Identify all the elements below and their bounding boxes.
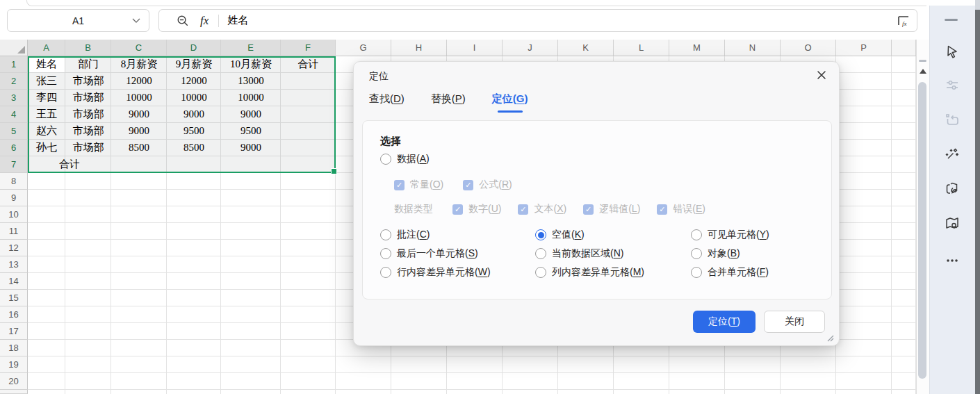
row-header[interactable]: 3 (0, 90, 28, 106)
checkbox-option[interactable]: ✓公式(R) (463, 179, 512, 191)
sliders-icon[interactable] (944, 77, 961, 94)
formula-bar[interactable]: fx 姓名 fx (158, 9, 917, 32)
tab-label: 查找(D) (369, 92, 405, 104)
fx-icon[interactable]: fx (200, 14, 209, 28)
leaf-hand-icon[interactable] (944, 181, 961, 197)
radio-icon[interactable] (691, 267, 702, 278)
goto-button[interactable]: 定位(T) (693, 311, 756, 333)
checkbox-label: 逻辑值(L) (599, 203, 640, 215)
row-header[interactable]: 9 (0, 190, 28, 206)
magic-wand-icon[interactable] (944, 146, 961, 163)
column-header[interactable]: F (281, 40, 336, 56)
row-header[interactable]: 12 (0, 240, 28, 256)
column-header[interactable]: A (28, 40, 65, 56)
row-header[interactable]: 8 (0, 173, 28, 190)
column-header[interactable]: J (503, 40, 558, 56)
tab-item[interactable]: 替换(P) (431, 92, 466, 112)
column-header[interactable] (892, 40, 916, 56)
column-header[interactable]: E (221, 40, 281, 56)
radio-option[interactable]: 对象(B) (691, 247, 769, 260)
column-header[interactable]: D (167, 40, 221, 56)
radio-icon[interactable] (380, 229, 391, 240)
close-icon[interactable] (817, 70, 826, 80)
checkbox-checked-icon[interactable]: ✓ (463, 180, 473, 190)
checkbox-checked-icon[interactable]: ✓ (394, 180, 405, 190)
row-header[interactable]: 6 (0, 140, 28, 156)
radio-icon[interactable] (535, 267, 546, 278)
select-cursor-icon[interactable] (944, 44, 961, 60)
radio-option[interactable]: 批注(C) (380, 229, 535, 241)
column-header[interactable]: M (669, 40, 725, 56)
radio-icon[interactable] (380, 248, 391, 259)
map-search-icon[interactable] (944, 215, 961, 232)
column-header[interactable]: N (725, 40, 781, 56)
row-header[interactable]: 19 (0, 356, 28, 373)
column-header[interactable]: O (781, 40, 836, 56)
row-header[interactable]: 11 (0, 223, 28, 240)
chevron-down-icon[interactable] (132, 18, 140, 24)
column-header[interactable]: H (391, 40, 447, 56)
radio-option[interactable]: 列内容差异单元格(M) (535, 266, 691, 279)
radio-icon[interactable] (691, 248, 702, 259)
radio-option[interactable]: 合并单元格(F) (691, 266, 769, 279)
checkbox-option[interactable]: ✓常量(O) (394, 179, 443, 191)
expand-formula-bar-icon[interactable]: fx (896, 14, 911, 28)
vertical-scrollbar-thumb[interactable] (918, 82, 926, 379)
checkbox-option[interactable]: ✓数字(U) (452, 203, 501, 215)
close-button[interactable]: 关闭 (764, 311, 825, 333)
fill-handle[interactable] (331, 168, 337, 174)
tab-item[interactable]: 查找(D) (369, 92, 405, 112)
row-header[interactable]: 1 (0, 56, 28, 73)
column-header[interactable]: I (447, 40, 503, 56)
zoom-out-magnifier-icon[interactable] (176, 14, 189, 27)
radio-icon[interactable] (380, 154, 391, 165)
split-handle[interactable] (919, 60, 926, 62)
column-header[interactable]: L (614, 40, 669, 56)
radio-icon[interactable] (691, 229, 702, 240)
scroll-up-arrow-icon[interactable] (920, 69, 926, 74)
row-header[interactable]: 17 (0, 323, 28, 340)
column-header[interactable]: P (836, 40, 892, 56)
row-header[interactable]: 16 (0, 306, 28, 323)
checkbox-option[interactable]: ✓文本(X) (518, 203, 566, 215)
row-header[interactable]: 20 (0, 373, 28, 390)
checkbox-label: 错误(E) (673, 203, 705, 215)
row-header[interactable]: 15 (0, 290, 28, 306)
column-header[interactable]: B (65, 40, 111, 56)
radio-option[interactable]: 行内容差异单元格(W) (380, 266, 535, 279)
row-header[interactable]: 14 (0, 273, 28, 290)
column-header[interactable]: C (111, 40, 167, 56)
checkbox-checked-icon[interactable]: ✓ (583, 204, 594, 215)
checkbox-checked-icon[interactable]: ✓ (518, 204, 528, 215)
radio-option-data[interactable]: 数据(A) (380, 153, 430, 165)
row-header[interactable]: 7 (0, 156, 28, 173)
row-header[interactable]: 2 (0, 73, 28, 90)
checkbox-label: 常量(O) (410, 179, 443, 191)
row-header[interactable] (0, 390, 28, 394)
row-header[interactable]: 5 (0, 123, 28, 140)
radio-option[interactable]: 空值(K) (535, 229, 691, 241)
collapse-icon[interactable] (945, 19, 958, 21)
radio-icon[interactable] (380, 267, 391, 278)
row-header[interactable]: 13 (0, 256, 28, 273)
radio-option[interactable]: 当前数据区域(N) (535, 247, 691, 260)
name-box[interactable]: A1 (7, 9, 149, 32)
tab-active[interactable]: 定位(G) (492, 92, 528, 112)
checkbox-checked-icon[interactable]: ✓ (657, 204, 667, 215)
top-bar: A1 fx 姓名 fx (0, 0, 980, 38)
column-header[interactable]: G (336, 40, 391, 56)
more-ellipsis-icon[interactable] (944, 252, 961, 269)
resize-handle-icon[interactable] (826, 334, 834, 342)
checkbox-option[interactable]: ✓逻辑值(L) (583, 203, 640, 215)
radio-icon[interactable] (535, 248, 546, 259)
row-header[interactable]: 18 (0, 340, 28, 356)
checkbox-option[interactable]: ✓错误(E) (657, 203, 705, 215)
radio-option[interactable]: 最后一个单元格(S) (380, 247, 535, 260)
row-header[interactable]: 4 (0, 106, 28, 123)
row-header[interactable]: 10 (0, 206, 28, 223)
checkbox-checked-icon[interactable]: ✓ (452, 204, 463, 215)
loop-icon[interactable] (944, 112, 961, 129)
column-header[interactable]: K (558, 40, 614, 56)
radio-option[interactable]: 可见单元格(Y) (691, 229, 769, 241)
radio-selected-icon[interactable] (535, 229, 546, 240)
